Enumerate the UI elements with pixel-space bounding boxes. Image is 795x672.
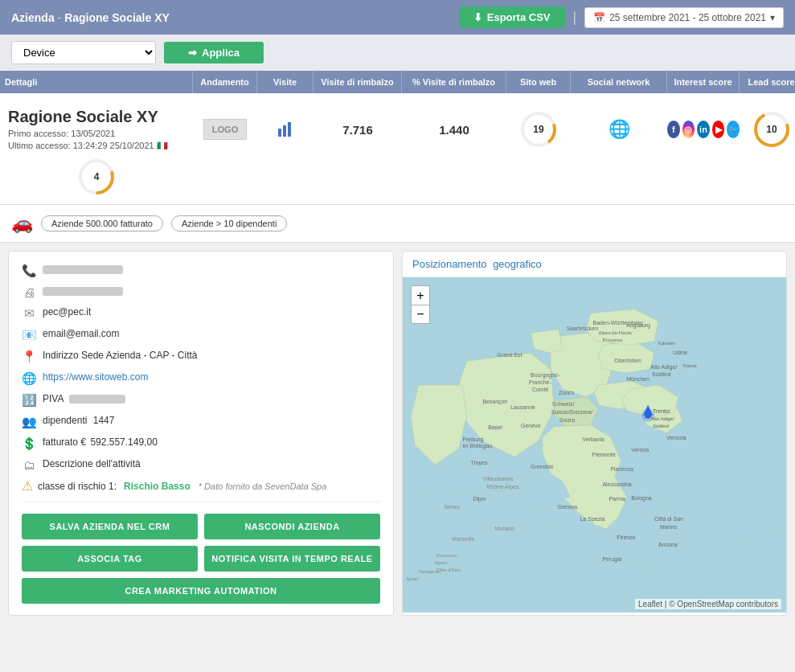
linkedin-icon[interactable]: in <box>697 121 710 138</box>
arrow-right-icon: ➡ <box>188 47 197 59</box>
map-attr-text: Leaflet | © OpenStreetMap contributors <box>638 600 778 608</box>
svg-text:Alto Adige/: Alto Adige/ <box>651 416 674 421</box>
col-sito-web: Sito web <box>506 71 571 93</box>
svg-text:Suisse/Svizzera/: Suisse/Svizzera/ <box>551 409 592 415</box>
svg-text:Udine: Udine <box>673 350 687 355</box>
risk-row: ⚠ classe di rischio 1: Rischio Basso * D… <box>22 478 380 494</box>
svg-text:Saarbrücken: Saarbrücken <box>567 326 598 331</box>
phone-blurred <box>43 265 123 274</box>
svg-text:Franche-: Franche- <box>529 379 551 385</box>
employees-label: dipendenti <box>43 415 87 426</box>
revenue-value: fatturato € 592.557.149,00 <box>43 436 158 449</box>
pec-icon: ✉ <box>22 306 36 321</box>
svg-text:Verbania: Verbania <box>583 436 605 442</box>
employees-value: dipendenti 1447 <box>43 414 114 428</box>
visits-cell: 7.716 <box>313 123 402 137</box>
apply-button[interactable]: ➡ Applica <box>164 42 264 64</box>
map-title-static: Posizionamento <box>412 258 487 270</box>
interest-score-num: 10 <box>766 124 777 135</box>
zoom-out-button[interactable]: − <box>411 305 430 324</box>
tag-pill-0[interactable]: Aziende 500.000 fatturato <box>41 215 163 232</box>
col-lead: Lead score <box>740 71 795 93</box>
svg-text:Bologna: Bologna <box>631 495 652 502</box>
col-visite: Visite <box>257 71 313 93</box>
svg-text:Marseille: Marseille <box>453 536 475 542</box>
description-row: 🗂 Descrizione dell'attività <box>22 457 380 472</box>
svg-text:Provence-: Provence- <box>436 553 458 558</box>
last-access-label: Ultimo accesso: <box>8 141 71 150</box>
first-access-label: Primo accesso: <box>8 129 68 138</box>
svg-text:Nimes: Nimes <box>445 504 461 510</box>
pec-row: ✉ pec@pec.it <box>22 305 380 321</box>
export-label: Esporta CSV <box>487 11 551 23</box>
instagram-icon[interactable]: ◎ <box>682 121 695 138</box>
svg-text:Bourgogne-: Bourgogne- <box>531 372 559 379</box>
svg-text:Trieste: Trieste <box>682 363 698 368</box>
notify-visit-button[interactable]: NOTIFICA VISITA IN TEMPO REALE <box>204 546 380 572</box>
first-access-info: Primo accesso: 13/05/2021 <box>8 129 185 138</box>
svg-text:Svizra: Svizra <box>559 417 575 423</box>
device-select[interactable]: Device <box>11 41 156 64</box>
svg-text:Schweiz/: Schweiz/ <box>552 401 575 407</box>
title-company: Ragione Sociale XY <box>64 11 170 24</box>
twitter-icon[interactable]: 🐦 <box>727 121 740 138</box>
associate-tag-button[interactable]: ASSOCIA TAG <box>22 546 198 572</box>
zoom-in-button[interactable]: + <box>411 285 430 305</box>
piva-value: PIVA <box>43 392 125 406</box>
email-row: 📧 email@email.com <box>22 327 380 342</box>
export-csv-button[interactable]: ⬇ Esporta CSV <box>459 6 565 28</box>
svg-text:Parma: Parma <box>609 496 625 502</box>
svg-text:Lausanne: Lausanne <box>510 404 535 410</box>
hide-company-button[interactable]: NASCONDI AZIENDA <box>204 514 380 539</box>
globe-icon: 🌐 <box>609 119 630 140</box>
marketing-automation-button[interactable]: CREA MARKETING AUTOMATION <box>22 578 380 604</box>
col-dettagli: Dettagli <box>0 71 193 93</box>
fax-value <box>43 285 123 298</box>
page-title: Azienda - Ragione Sociale XY <box>11 11 170 24</box>
svg-text:Côte d'Azur: Côte d'Azur <box>436 568 461 572</box>
svg-text:Piacenza: Piacenza <box>610 466 633 472</box>
bounce-pct-num: 19 <box>533 124 543 135</box>
address-row: 📍 Indirizzo Sede Azienda - CAP - Città <box>22 349 380 364</box>
bar-chart-icon[interactable] <box>257 121 313 138</box>
company-name: Ragione Sociale XY <box>8 108 185 126</box>
facebook-icon[interactable]: f <box>667 121 680 138</box>
svg-text:Comté: Comté <box>532 387 549 392</box>
interest-gauge: 10 <box>752 110 791 149</box>
logo-cell: LOGO <box>193 119 257 140</box>
svg-text:Piemonte: Piemonte <box>592 452 616 457</box>
col-interest: Interest score <box>667 71 740 93</box>
employees-icon: 👥 <box>22 415 36 429</box>
download-icon: ⬇ <box>473 11 482 23</box>
svg-text:Marino: Marino <box>660 524 677 530</box>
save-crm-button[interactable]: SALVA AZIENDA NEL CRM <box>22 514 198 539</box>
web-icon: 🌐 <box>22 371 36 386</box>
website-cell[interactable]: 🌐 <box>571 119 667 140</box>
phone-value <box>43 263 123 277</box>
country-flag: 🇮🇹 <box>157 141 168 150</box>
piva-label: PIVA <box>43 393 64 404</box>
email-value: email@email.com <box>43 327 120 341</box>
interest-score-cell: 10 <box>740 110 795 149</box>
apply-label: Applica <box>202 47 240 59</box>
map-attribution: Leaflet | © OpenStreetMap contributors <box>635 599 781 609</box>
lead-score-cell: 4 <box>0 158 193 196</box>
svg-text:Villeurbanne: Villeurbanne <box>482 476 514 481</box>
map-container[interactable]: + − <box>403 277 786 613</box>
svg-text:im Breisgau: im Breisgau <box>463 443 493 449</box>
bounce-gauge: 19 <box>519 110 558 149</box>
revenue-row: 💲 fatturato € 592.557.149,00 <box>22 436 380 451</box>
svg-text:Alto Adige/: Alto Adige/ <box>650 364 677 371</box>
date-range-picker[interactable]: 📅 25 settembre 2021 - 25 ottobre 2021 ▾ <box>584 7 784 28</box>
table-header: Dettagli Andamento Visite Visite di rimb… <box>0 71 795 93</box>
svg-rect-2 <box>288 122 291 137</box>
website-link[interactable]: https://www.sitoweb.com <box>43 371 148 383</box>
piva-icon: 🔢 <box>22 393 36 408</box>
svg-marker-17 <box>531 329 563 353</box>
pec-value: pec@pec.it <box>43 305 91 319</box>
piva-row: 🔢 PIVA <box>22 392 380 408</box>
website-row: 🌐 https://www.sitoweb.com <box>22 371 380 386</box>
svg-text:La Spezia: La Spezia <box>580 516 605 522</box>
tag-pill-1[interactable]: Aziende > 10 dipendenti <box>171 215 287 232</box>
youtube-icon[interactable]: ▶ <box>712 121 725 138</box>
